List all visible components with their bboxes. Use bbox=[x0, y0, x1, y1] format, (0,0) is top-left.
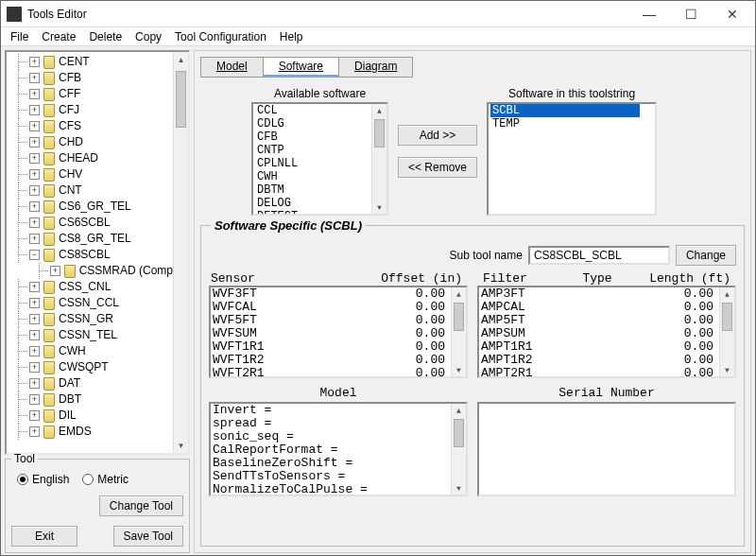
expand-icon[interactable]: + bbox=[29, 105, 40, 115]
scroll-down-icon[interactable]: ▼ bbox=[452, 481, 466, 495]
list-item[interactable]: CFB bbox=[255, 130, 371, 144]
tree-item[interactable]: +CWSQPT bbox=[9, 359, 173, 375]
tree-item[interactable]: +CHEAD bbox=[9, 150, 173, 166]
remove-button[interactable]: << Remove bbox=[398, 157, 477, 178]
radio-english[interactable]: English bbox=[17, 473, 69, 486]
menu-copy[interactable]: Copy bbox=[135, 30, 162, 43]
list-item[interactable]: spread = bbox=[213, 417, 451, 430]
expand-icon[interactable]: + bbox=[29, 410, 40, 421]
tree-item[interactable]: +CFJ bbox=[9, 102, 173, 118]
expand-icon[interactable]: + bbox=[29, 73, 40, 83]
list-item[interactable]: BaselineZeroShift = bbox=[213, 457, 451, 470]
expand-icon[interactable]: + bbox=[29, 169, 40, 180]
tree-item[interactable]: +CS6SCBL bbox=[9, 215, 173, 231]
tree-item[interactable]: +CFB bbox=[9, 70, 173, 86]
change-button[interactable]: Change bbox=[676, 245, 736, 266]
minimize-button[interactable]: — bbox=[628, 1, 670, 27]
scroll-up-icon[interactable]: ▲ bbox=[452, 404, 466, 417]
menu-create[interactable]: Create bbox=[42, 30, 76, 43]
expand-icon[interactable]: + bbox=[29, 217, 40, 228]
tree-item[interactable]: +CS8_GR_TEL bbox=[9, 231, 173, 247]
tab-model[interactable]: Model bbox=[200, 57, 264, 78]
list-item[interactable]: NormalizeToCalPulse = bbox=[213, 483, 451, 496]
filter-scrollbar[interactable]: ▲ ▼ bbox=[719, 287, 734, 376]
scroll-up-icon[interactable]: ▲ bbox=[452, 287, 466, 301]
list-item[interactable]: SendTTsToSensors = bbox=[213, 470, 451, 483]
tree-item[interactable]: −CS8SCBL bbox=[9, 247, 173, 263]
list-item[interactable]: CalReportFormat = bbox=[213, 443, 451, 457]
tree-item[interactable]: +CSS_CNL bbox=[9, 279, 173, 295]
list-item[interactable]: CPLNLL bbox=[255, 157, 371, 170]
expand-icon[interactable]: + bbox=[29, 426, 40, 437]
expand-icon[interactable]: + bbox=[29, 298, 40, 308]
scroll-up-icon[interactable]: ▲ bbox=[720, 287, 734, 301]
table-row[interactable]: WVFT1R20.00 bbox=[211, 354, 451, 367]
tree-item[interactable]: +CNT bbox=[9, 182, 173, 199]
scroll-down-icon[interactable]: ▼ bbox=[720, 363, 734, 376]
toolstring-software-list[interactable]: SCBLTEMP bbox=[487, 102, 657, 216]
table-row[interactable]: AMP3FT0.00 bbox=[479, 287, 719, 301]
expand-icon[interactable]: + bbox=[29, 282, 40, 292]
expand-icon[interactable]: + bbox=[29, 57, 40, 67]
list-item[interactable]: CCL bbox=[255, 104, 371, 117]
sub-tool-name-field[interactable]: CS8SCBL_SCBL bbox=[528, 246, 670, 265]
tree-item[interactable]: +DIL bbox=[9, 408, 173, 424]
expand-icon[interactable]: + bbox=[29, 185, 40, 196]
tree-item[interactable]: +CSSN_GR bbox=[9, 311, 173, 327]
tree-item[interactable]: +CSSN_TEL bbox=[9, 327, 173, 343]
sensor-scrollbar[interactable]: ▲ ▼ bbox=[451, 287, 466, 376]
tree-scrollbar[interactable]: ▲ ▼ bbox=[173, 52, 188, 453]
table-row[interactable]: AMP5FT0.00 bbox=[479, 314, 719, 327]
scroll-up-icon[interactable]: ▲ bbox=[372, 104, 387, 117]
tree-item[interactable]: +CWH bbox=[9, 343, 173, 359]
sensor-table[interactable]: WVF3FT0.00WVFCAL0.00WVF5FT0.00WVFSUM0.00… bbox=[209, 286, 468, 378]
list-item[interactable]: DBTM bbox=[255, 183, 371, 197]
expand-icon[interactable]: + bbox=[29, 121, 40, 131]
expand-icon[interactable]: + bbox=[29, 330, 40, 340]
expand-icon[interactable]: + bbox=[29, 346, 40, 356]
list-item[interactable]: sonic_seq = bbox=[213, 430, 451, 443]
tree-item[interactable]: +CHV bbox=[9, 166, 173, 182]
scroll-thumb[interactable] bbox=[722, 303, 732, 331]
available-software-list[interactable]: CCLCDLGCFBCNTPCPLNLLCWHDBTMDELOGDETECT ▲… bbox=[251, 102, 388, 216]
table-row[interactable]: WVFCAL0.00 bbox=[211, 301, 451, 314]
tree-item[interactable]: +DAT bbox=[9, 375, 173, 391]
add-button[interactable]: Add >> bbox=[398, 125, 477, 146]
list-item[interactable]: CDLG bbox=[255, 117, 371, 130]
tree-item[interactable]: +CSSN_CCL bbox=[9, 295, 173, 311]
expand-icon[interactable]: + bbox=[29, 378, 40, 389]
expand-icon[interactable]: + bbox=[29, 89, 40, 99]
scroll-down-icon[interactable]: ▼ bbox=[174, 438, 188, 453]
table-row[interactable]: AMPSUM0.00 bbox=[479, 327, 719, 340]
scroll-thumb[interactable] bbox=[374, 119, 385, 148]
expand-icon[interactable]: + bbox=[29, 234, 40, 244]
expand-icon[interactable]: + bbox=[29, 394, 40, 405]
model-list[interactable]: Invert =spread =sonic_seq =CalReportForm… bbox=[209, 402, 468, 496]
table-row[interactable]: AMPT1R20.00 bbox=[479, 354, 719, 367]
tree-item[interactable]: +CFF bbox=[9, 86, 173, 102]
tree-item[interactable]: +CFS bbox=[9, 118, 173, 134]
tree-item[interactable]: +CS6_GR_TEL bbox=[9, 199, 173, 215]
scroll-thumb[interactable] bbox=[454, 303, 464, 331]
close-button[interactable]: ✕ bbox=[712, 1, 753, 27]
tab-diagram[interactable]: Diagram bbox=[338, 57, 413, 78]
table-row[interactable]: WVF5FT0.00 bbox=[211, 314, 451, 327]
table-row[interactable]: WVFSUM0.00 bbox=[211, 327, 451, 340]
scroll-thumb[interactable] bbox=[176, 71, 186, 128]
list-item[interactable]: TEMP bbox=[490, 117, 640, 130]
serial-list[interactable] bbox=[477, 402, 736, 496]
tab-software[interactable]: Software bbox=[263, 57, 339, 78]
list-item[interactable]: Invert = bbox=[213, 404, 451, 417]
expand-icon[interactable]: + bbox=[29, 314, 40, 324]
expand-icon[interactable]: + bbox=[29, 201, 40, 212]
menu-delete[interactable]: Delete bbox=[89, 30, 122, 43]
tree-item[interactable]: +DBT bbox=[9, 391, 173, 408]
expand-icon[interactable]: + bbox=[50, 266, 60, 276]
menu-file[interactable]: File bbox=[10, 30, 28, 43]
expand-icon[interactable]: + bbox=[29, 137, 40, 148]
radio-metric[interactable]: Metric bbox=[82, 473, 129, 486]
scroll-down-icon[interactable]: ▼ bbox=[372, 200, 387, 214]
table-row[interactable]: WVF3FT0.00 bbox=[211, 287, 451, 301]
table-row[interactable]: AMPT2R10.00 bbox=[479, 367, 719, 378]
filter-table[interactable]: AMP3FT0.00AMPCAL0.00AMP5FT0.00AMPSUM0.00… bbox=[477, 286, 736, 378]
